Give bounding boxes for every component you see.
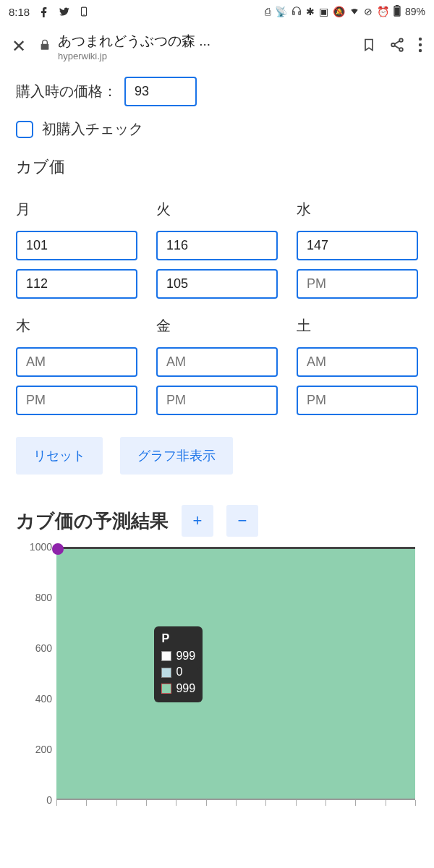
svg-rect-3 bbox=[299, 12, 300, 14]
day-tue: 火 bbox=[156, 200, 278, 219]
headphones-icon bbox=[292, 6, 302, 18]
purchase-price-label: 購入時の価格： bbox=[16, 82, 117, 101]
y-tick: 200 bbox=[16, 744, 52, 755]
x-tick bbox=[206, 800, 207, 806]
tooltip-swatch bbox=[161, 651, 171, 661]
x-tick bbox=[265, 800, 266, 806]
y-tick: 800 bbox=[16, 592, 52, 603]
x-tick bbox=[56, 800, 57, 806]
x-tick bbox=[146, 800, 147, 806]
broadcast-icon: 📡 bbox=[275, 6, 287, 17]
lock-icon bbox=[39, 38, 51, 54]
phone-icon bbox=[79, 6, 89, 17]
thu-am-input[interactable] bbox=[16, 347, 137, 377]
tooltip-row: 999 bbox=[161, 681, 195, 697]
svg-point-13 bbox=[419, 43, 422, 46]
tooltip-swatch bbox=[161, 684, 171, 694]
tooltip-value: 999 bbox=[176, 681, 195, 697]
page-title: あつまれどうぶつの森 ... bbox=[58, 32, 349, 51]
x-tick bbox=[326, 800, 326, 806]
svg-point-14 bbox=[419, 49, 422, 52]
wed-pm-input[interactable] bbox=[297, 269, 418, 299]
facebook-icon bbox=[38, 6, 50, 17]
tue-am-input[interactable] bbox=[156, 231, 278, 260]
day-mon: 月 bbox=[16, 200, 137, 219]
day-fri: 金 bbox=[156, 316, 278, 336]
svg-line-11 bbox=[394, 46, 399, 49]
tooltip-value: 999 bbox=[176, 648, 195, 664]
bookmark-icon[interactable] bbox=[362, 36, 376, 56]
tooltip-value: 0 bbox=[176, 664, 182, 680]
share-icon[interactable] bbox=[389, 37, 405, 56]
alarm-icon: ⏰ bbox=[377, 6, 389, 17]
sat-am-input[interactable] bbox=[297, 347, 418, 377]
first-buy-label: 初購入チェック bbox=[42, 119, 143, 139]
x-tick bbox=[116, 800, 117, 806]
status-bar: 8:18 ⎙ 📡 ✱ ▣ 🔕 ⊘ ⏰ 89% bbox=[0, 0, 434, 23]
thu-pm-input[interactable] bbox=[16, 386, 137, 415]
sat-pm-input[interactable] bbox=[297, 386, 418, 415]
main-content: 購入時の価格： 初購入チェック カブ価 月 火 水 木 金 土 リセット グラフ… bbox=[0, 69, 434, 822]
status-time: 8:18 bbox=[9, 6, 30, 18]
prediction-chart: P 9990999 02004006008001000 bbox=[16, 547, 418, 814]
wifi-icon bbox=[349, 6, 359, 18]
bluetooth-icon: ✱ bbox=[306, 6, 315, 17]
tooltip-title: P bbox=[161, 632, 195, 645]
tue-pm-input[interactable] bbox=[156, 269, 278, 299]
y-tick: 1000 bbox=[16, 541, 52, 553]
menu-icon[interactable] bbox=[418, 37, 422, 56]
tooltip-swatch bbox=[161, 668, 171, 678]
close-icon[interactable]: ✕ bbox=[12, 36, 26, 56]
mute-icon: 🔕 bbox=[333, 6, 345, 17]
twitter-icon bbox=[59, 6, 70, 17]
x-tick bbox=[236, 800, 237, 806]
x-tick bbox=[86, 800, 87, 806]
x-tick bbox=[386, 800, 386, 806]
svg-line-10 bbox=[394, 41, 399, 45]
result-title: カブ価の予測結果 bbox=[16, 509, 169, 534]
nfc-icon: ▣ bbox=[319, 6, 328, 17]
x-tick bbox=[355, 800, 356, 806]
svg-point-12 bbox=[419, 38, 422, 41]
first-buy-checkbox[interactable] bbox=[16, 121, 33, 138]
no-sim-icon: ⊘ bbox=[364, 6, 373, 17]
section-title-prices: カブ価 bbox=[16, 156, 418, 178]
fri-pm-input[interactable] bbox=[156, 386, 278, 415]
wed-am-input[interactable] bbox=[297, 231, 418, 260]
svg-rect-5 bbox=[396, 5, 398, 7]
mon-am-input[interactable] bbox=[16, 231, 137, 260]
day-sat: 土 bbox=[297, 316, 418, 336]
svg-rect-6 bbox=[395, 8, 399, 15]
mon-pm-input[interactable] bbox=[16, 269, 137, 299]
hide-graph-button[interactable]: グラフ非表示 bbox=[120, 437, 233, 475]
chart-tooltip: P 9990999 bbox=[154, 626, 203, 702]
browser-header: ✕ あつまれどうぶつの森 ... hyperwiki.jp bbox=[0, 23, 434, 69]
cast-icon: ⎙ bbox=[265, 6, 271, 17]
y-tick: 0 bbox=[16, 794, 52, 806]
chart-marker bbox=[52, 543, 64, 555]
y-tick: 600 bbox=[16, 642, 52, 654]
reset-button[interactable]: リセット bbox=[16, 437, 103, 475]
zoom-in-button[interactable]: + bbox=[182, 505, 213, 537]
battery-icon bbox=[393, 5, 401, 19]
zoom-out-button[interactable]: − bbox=[226, 505, 258, 537]
purchase-price-input[interactable] bbox=[124, 77, 197, 106]
fri-am-input[interactable] bbox=[156, 347, 278, 377]
tooltip-row: 999 bbox=[161, 648, 195, 664]
y-tick: 400 bbox=[16, 693, 52, 705]
page-domain: hyperwiki.jp bbox=[58, 51, 349, 61]
day-thu: 木 bbox=[16, 316, 137, 336]
x-tick bbox=[296, 800, 297, 806]
day-wed: 水 bbox=[297, 200, 418, 219]
x-tick bbox=[176, 800, 176, 806]
x-tick bbox=[415, 800, 416, 806]
svg-rect-2 bbox=[293, 12, 294, 14]
tooltip-row: 0 bbox=[161, 664, 195, 680]
battery-pct: 89% bbox=[405, 6, 425, 17]
